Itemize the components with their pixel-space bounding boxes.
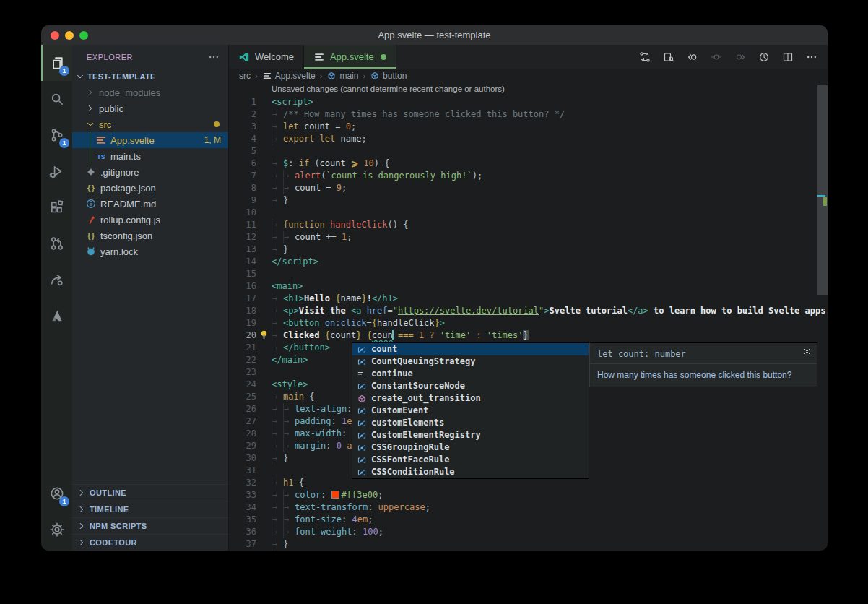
title-bar[interactable]: App.svelte — test-template bbox=[41, 25, 828, 45]
code-line-18[interactable]: 18→<p>Visit the <a href="https://svelte.… bbox=[229, 305, 828, 317]
suggestion-continue[interactable]: continue bbox=[352, 368, 589, 380]
activity-item-source-control[interactable]: 1 bbox=[41, 117, 72, 153]
suggestion-cssfontfacerule[interactable]: CSSFontFaceRule bbox=[352, 454, 589, 466]
token: 0 bbox=[337, 441, 342, 451]
close-icon[interactable] bbox=[802, 347, 812, 356]
token: </script> bbox=[272, 256, 318, 267]
activity-item-extensions[interactable] bbox=[41, 189, 72, 225]
code-line-33[interactable]: 33→→color: #ff3e00; bbox=[229, 489, 828, 501]
code-line-34[interactable]: 34→→text-transform: uppercase; bbox=[229, 501, 828, 514]
token: font-size bbox=[295, 514, 342, 525]
action-navigate-forward[interactable] bbox=[734, 51, 746, 63]
suggestion-count[interactable]: count bbox=[352, 343, 589, 355]
scrollbar-slider[interactable] bbox=[817, 85, 828, 295]
suggestion-create_out_transition[interactable]: create_out_transition bbox=[352, 392, 589, 405]
breadcrumb: src›App.svelte›main›button bbox=[229, 69, 828, 83]
lightbulb-icon[interactable] bbox=[259, 329, 269, 340]
symbol-variable-icon bbox=[357, 406, 367, 416]
code-line-4[interactable]: 4→export let name; bbox=[229, 133, 828, 145]
action-navigate-previous[interactable] bbox=[711, 51, 722, 63]
breadcrumb-item-src[interactable]: src bbox=[239, 71, 251, 81]
code-line-17[interactable]: 17→<h1>Hello {name}!</h1> bbox=[229, 293, 828, 305]
tab-app-svelte[interactable]: App.svelte bbox=[304, 45, 396, 69]
code-line-12[interactable]: 12→→count += 1; bbox=[229, 231, 828, 243]
activity-item-explorer[interactable]: 1 bbox=[41, 45, 72, 81]
tree-item-src[interactable]: src bbox=[72, 116, 228, 132]
code-line-14[interactable]: 14</script> bbox=[229, 256, 828, 268]
code-line-1[interactable]: 1<script> bbox=[229, 96, 828, 108]
tree-item--gitignore[interactable]: .gitignore bbox=[72, 164, 228, 180]
scrollbar[interactable] bbox=[817, 83, 828, 551]
breadcrumb-item-button[interactable]: button bbox=[370, 71, 407, 81]
suggestion-customevent[interactable]: CustomEvent bbox=[352, 405, 589, 417]
code-editor[interactable]: Unsaved changes (cannot determine recent… bbox=[229, 83, 828, 551]
action-navigate-back[interactable] bbox=[687, 51, 698, 63]
code-line-20[interactable]: 20→Clicked {count} {coun === 1 ? 'time' … bbox=[229, 329, 828, 342]
sidebar-section-timeline[interactable]: TIMELINE bbox=[72, 501, 228, 517]
suggestion-countqueuingstrategy[interactable]: CountQueuingStrategy bbox=[352, 355, 589, 368]
code-line-10[interactable]: 10 bbox=[229, 207, 828, 219]
code-line-37[interactable]: 37→} bbox=[229, 538, 828, 551]
color-swatch[interactable] bbox=[331, 491, 339, 499]
line-number: 25 bbox=[229, 391, 256, 403]
action-open-preview[interactable] bbox=[663, 51, 674, 63]
code-line-36[interactable]: 36→→font-weight: 100; bbox=[229, 526, 828, 538]
token: 10 bbox=[363, 158, 373, 168]
sidebar-section-npm-scripts[interactable]: NPM SCRIPTS bbox=[72, 517, 228, 534]
suggestion-constantsourcenode[interactable]: ConstantSourceNode bbox=[352, 380, 589, 392]
action-split-editor[interactable] bbox=[782, 51, 794, 63]
breadcrumb-item-main[interactable]: main bbox=[326, 71, 358, 81]
suggestion-cssgroupingrule[interactable]: CSSGroupingRule bbox=[352, 441, 589, 454]
tree-item-readme-md[interactable]: README.md bbox=[72, 196, 228, 212]
action-run-recent[interactable] bbox=[758, 51, 770, 63]
suggestion-customelements[interactable]: customElements bbox=[352, 417, 589, 429]
code-line-5[interactable]: 5 bbox=[229, 145, 828, 158]
editor-actions bbox=[639, 45, 828, 69]
code-line-7[interactable]: 7→→alert(`count is dangerously high!`); bbox=[229, 170, 828, 182]
activity-item-accounts[interactable]: 1 bbox=[41, 475, 72, 512]
tree-item-main-ts[interactable]: TSmain.ts bbox=[72, 148, 228, 164]
code-line-11[interactable]: 11→function handleClick() { bbox=[229, 219, 828, 231]
tree-item-rollup-config-js[interactable]: rollup.config.js bbox=[72, 212, 228, 228]
line-number: 28 bbox=[229, 428, 256, 440]
code-line-13[interactable]: 13→} bbox=[229, 243, 828, 256]
chevron-right-icon bbox=[77, 488, 87, 498]
tree-root-folder[interactable]: TEST-TEMPLATE bbox=[72, 69, 228, 85]
code-line-16[interactable]: 16<main> bbox=[229, 280, 828, 293]
suggestion-cssconditionrule[interactable]: CSSConditionRule bbox=[352, 466, 589, 478]
activity-item-azure[interactable] bbox=[41, 298, 72, 334]
activity-bar: 11 1 bbox=[41, 45, 72, 551]
activity-item-search[interactable] bbox=[41, 81, 72, 117]
suggestion-customelementregistry[interactable]: CustomElementRegistry bbox=[352, 429, 589, 441]
code-line-15[interactable]: 15 bbox=[229, 268, 828, 280]
tab-whitespace: → bbox=[272, 403, 283, 415]
action-compare-changes[interactable] bbox=[639, 51, 651, 63]
explorer-more-actions-icon[interactable] bbox=[208, 51, 220, 63]
activity-item-run-debug[interactable] bbox=[41, 153, 72, 189]
tab-welcome[interactable]: Welcome bbox=[229, 45, 304, 69]
token: count bbox=[320, 158, 346, 168]
tab-label: Welcome bbox=[255, 51, 294, 62]
code-line-2[interactable]: 2→/** How many times has someone clicked… bbox=[229, 108, 828, 121]
activity-item-settings[interactable] bbox=[41, 512, 72, 548]
code-line-9[interactable]: 9→} bbox=[229, 194, 828, 207]
tree-item-yarn-lock[interactable]: yarn.lock bbox=[72, 243, 228, 259]
tree-item-node-modules[interactable]: node_modules bbox=[72, 85, 228, 100]
code-line-8[interactable]: 8→→count = 9; bbox=[229, 182, 828, 194]
code-line-19[interactable]: 19→<button on:click={handleClick}> bbox=[229, 317, 828, 329]
tree-item-package-json[interactable]: {}package.json bbox=[72, 180, 228, 196]
activity-item-github-pr[interactable] bbox=[41, 225, 72, 262]
action-more-actions[interactable] bbox=[806, 51, 817, 63]
tree-item-app-svelte[interactable]: App.svelte1, M bbox=[72, 132, 228, 148]
dirty-indicator[interactable] bbox=[381, 54, 386, 60]
code-line-3[interactable]: 3→let count = 0; bbox=[229, 121, 828, 133]
breadcrumb-item-app-svelte[interactable]: App.svelte bbox=[262, 71, 316, 81]
activity-badge: 1 bbox=[59, 138, 69, 148]
code-line-6[interactable]: 6→$: if (count ⩾ 10) { bbox=[229, 158, 828, 170]
activity-item-live-share[interactable] bbox=[41, 262, 72, 298]
tree-item-tsconfig-json[interactable]: {}tsconfig.json bbox=[72, 228, 228, 243]
code-line-35[interactable]: 35→→font-size: 4em; bbox=[229, 514, 828, 526]
tree-item-public[interactable]: public bbox=[72, 100, 228, 116]
sidebar-section-outline[interactable]: OUTLINE bbox=[72, 484, 228, 501]
sidebar-section-codetour[interactable]: CODETOUR bbox=[72, 534, 228, 551]
